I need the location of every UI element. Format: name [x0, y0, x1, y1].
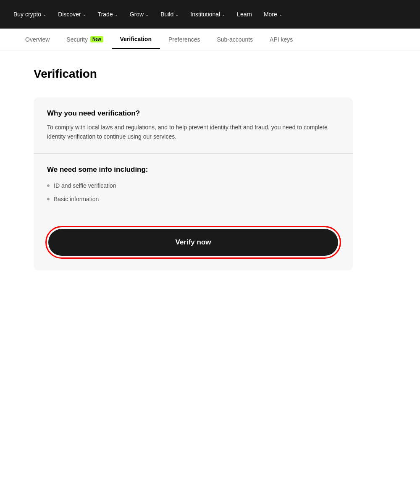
- verify-now-button[interactable]: Verify now: [48, 229, 338, 256]
- nav-buy-crypto-label: Buy crypto: [13, 11, 41, 18]
- chevron-down-icon: ⌄: [279, 12, 282, 17]
- info-section: We need some info including: ID and self…: [34, 153, 353, 218]
- why-section-title: Why you need verification?: [47, 109, 339, 118]
- nav-discover[interactable]: Discover ⌄: [53, 8, 91, 21]
- nav-discover-label: Discover: [58, 11, 81, 18]
- subnav-preferences[interactable]: Preferences: [160, 30, 208, 49]
- nav-build-label: Build: [160, 11, 173, 18]
- nav-learn[interactable]: Learn: [232, 8, 257, 21]
- subnav-overview[interactable]: Overview: [17, 30, 58, 49]
- info-section-title: We need some info including:: [47, 165, 339, 174]
- nav-grow[interactable]: Grow ⌄: [125, 8, 154, 21]
- subnav-sub-accounts[interactable]: Sub-accounts: [208, 30, 261, 49]
- list-item: Basic information: [47, 192, 339, 206]
- subnav-sub-accounts-label: Sub-accounts: [217, 36, 253, 43]
- nav-institutional[interactable]: Institutional ⌄: [185, 8, 230, 21]
- chevron-down-icon: ⌄: [145, 12, 149, 17]
- subnav-security-label: Security: [66, 36, 88, 43]
- chevron-down-icon: ⌄: [222, 12, 225, 17]
- chevron-down-icon: ⌄: [175, 12, 178, 17]
- top-navigation: Buy crypto ⌄ Discover ⌄ Trade ⌄ Grow ⌄ B…: [0, 0, 420, 29]
- nav-more[interactable]: More ⌄: [259, 8, 287, 21]
- security-new-badge: New: [90, 36, 103, 42]
- why-verification-section: Why you need verification? To comply wit…: [34, 97, 353, 153]
- nav-trade[interactable]: Trade ⌄: [93, 8, 123, 21]
- nav-trade-label: Trade: [98, 11, 113, 18]
- subnav-preferences-label: Preferences: [168, 36, 200, 43]
- chevron-down-icon: ⌄: [115, 12, 118, 17]
- sub-navigation: Overview Security New Verification Prefe…: [0, 29, 420, 50]
- subnav-overview-label: Overview: [25, 36, 50, 43]
- bullet-icon: [47, 184, 50, 187]
- info-list: ID and selfie verification Basic informa…: [47, 179, 339, 206]
- nav-build[interactable]: Build ⌄: [155, 8, 184, 21]
- nav-institutional-label: Institutional: [190, 11, 220, 18]
- why-section-text: To comply with local laws and regulation…: [47, 123, 339, 142]
- subnav-verification[interactable]: Verification: [112, 30, 160, 49]
- subnav-api-keys[interactable]: API keys: [261, 30, 301, 49]
- nav-more-label: More: [264, 11, 277, 18]
- subnav-api-keys-label: API keys: [270, 36, 293, 43]
- list-item: ID and selfie verification: [47, 179, 339, 192]
- nav-grow-label: Grow: [130, 11, 144, 18]
- verify-button-highlight: Verify now: [45, 226, 341, 259]
- page-title: Verification: [34, 67, 386, 81]
- subnav-security[interactable]: Security New: [58, 30, 111, 49]
- info-item-basic: Basic information: [54, 196, 99, 202]
- verification-card: Why you need verification? To comply wit…: [34, 97, 353, 270]
- chevron-down-icon: ⌄: [83, 12, 86, 17]
- info-item-id-selfie: ID and selfie verification: [54, 182, 116, 189]
- nav-buy-crypto[interactable]: Buy crypto ⌄: [8, 8, 51, 21]
- chevron-down-icon: ⌄: [43, 12, 46, 17]
- subnav-verification-label: Verification: [120, 36, 152, 42]
- verify-button-section: Verify now: [34, 218, 353, 270]
- bullet-icon: [47, 198, 50, 200]
- nav-learn-label: Learn: [237, 11, 252, 18]
- main-content: Verification Why you need verification? …: [0, 50, 420, 287]
